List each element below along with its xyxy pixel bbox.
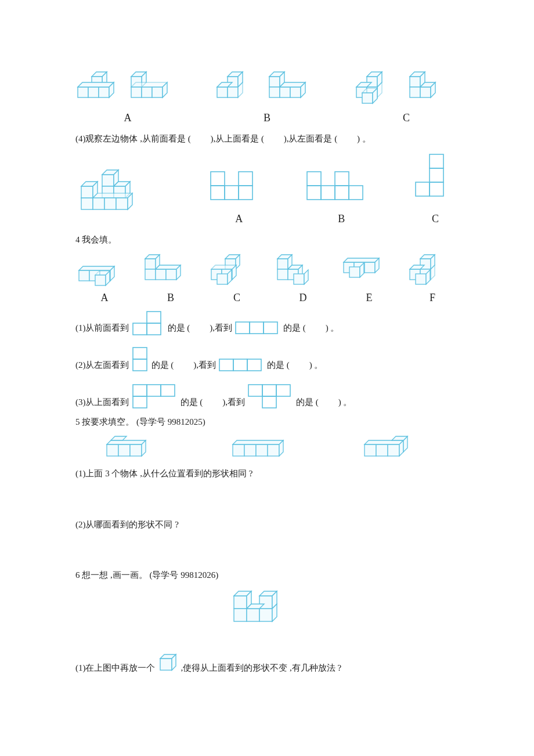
svg-rect-1: [78, 87, 88, 97]
s4-2a: (2)从左面看到: [75, 358, 129, 373]
svg-rect-19: [410, 77, 420, 87]
svg-rect-103: [160, 659, 172, 670]
s5-2: (2)从哪面看到的形状不同 ?: [75, 518, 459, 533]
svg-rect-29: [81, 186, 93, 198]
q4-label-c: C: [432, 210, 439, 228]
svg-rect-68: [416, 274, 426, 284]
q4-label-b: B: [338, 210, 345, 228]
s4-1d: 的是 (: [283, 321, 306, 336]
svg-rect-81: [147, 385, 161, 396]
svg-rect-40: [349, 186, 363, 200]
svg-rect-14: [290, 87, 301, 97]
svg-rect-25: [81, 198, 93, 209]
s4-2: (2)从左面看到 的是 ( ),看到 的是 ( ) 。: [75, 346, 459, 373]
svg-rect-98: [234, 596, 247, 609]
svg-rect-13: [280, 87, 290, 97]
svg-rect-41: [430, 154, 443, 168]
svg-rect-77: [219, 359, 233, 371]
sec5-figs: [75, 434, 459, 461]
sec5-fig2: [229, 434, 305, 461]
view-col2-icon: [132, 346, 149, 373]
svg-rect-94: [268, 444, 279, 456]
svg-rect-102: [259, 609, 272, 621]
sec6-main-fig: [75, 588, 459, 628]
svg-rect-43: [430, 182, 443, 196]
q4-c: ),从左面看是 (: [284, 134, 338, 143]
svg-rect-42: [430, 168, 443, 182]
sec4-title: 4 我会填。: [75, 233, 459, 248]
cube-pair-a-svg: [75, 66, 180, 108]
sec4-opt-f: F: [406, 252, 459, 307]
s4-3b: 的是 (: [181, 395, 203, 410]
sec6-title: 6 想一想 ,画一画。 (导学号 99812026): [75, 568, 459, 583]
svg-rect-96: [376, 444, 388, 456]
q4-3d-svg: [75, 164, 174, 228]
svg-rect-92: [244, 444, 256, 456]
svg-rect-37: [307, 186, 321, 200]
q4-a: (4)观察左边物体 ,从前面看是 (: [75, 134, 191, 143]
s5-1: (1)上面 3 个物体 ,从什么位置看到的形状相同 ?: [75, 466, 459, 482]
svg-rect-50: [145, 269, 156, 280]
svg-rect-72: [236, 322, 250, 334]
svg-rect-85: [262, 385, 276, 396]
svg-rect-82: [161, 385, 175, 396]
svg-rect-56: [217, 274, 228, 284]
svg-rect-35: [307, 172, 321, 186]
svg-rect-64: [349, 267, 360, 277]
svg-rect-89: [118, 444, 130, 456]
q4-b: ),从上面看是 (: [211, 134, 265, 143]
sec4-opt-d: D: [274, 252, 332, 307]
q4-view-b-svg: [304, 168, 379, 209]
s6-1: (1)在上图中再放一个 ,使得从上面看到的形状不变 ,有几种放法 ?: [75, 653, 459, 676]
sec5-fig1: [103, 434, 173, 461]
s4-3c: ),看到: [222, 395, 245, 410]
sec4-options: A B C D E: [75, 252, 459, 307]
s4-2e: ) 。: [309, 358, 323, 373]
fig-pair-b: B: [215, 66, 319, 127]
q4-label-a: A: [235, 210, 243, 228]
svg-rect-70: [133, 323, 147, 335]
svg-rect-79: [247, 359, 261, 371]
svg-rect-87: [262, 396, 276, 408]
q4-fig-row: A B C: [75, 151, 459, 228]
view-T4-icon: [247, 384, 294, 410]
svg-rect-3: [99, 87, 109, 97]
svg-rect-9: [217, 87, 228, 97]
svg-rect-51: [156, 269, 166, 280]
s4-2b: 的是 (: [151, 358, 174, 373]
svg-rect-36: [335, 172, 349, 186]
svg-rect-75: [133, 348, 147, 359]
cube-pair-b-svg: [215, 66, 319, 108]
svg-rect-44: [416, 182, 430, 196]
label-c: C: [403, 109, 410, 127]
q4-view-c-svg: [412, 151, 459, 209]
svg-rect-93: [256, 444, 268, 456]
svg-rect-52: [166, 269, 176, 280]
svg-rect-83: [133, 396, 147, 408]
svg-rect-22: [102, 175, 114, 186]
svg-rect-78: [233, 359, 247, 371]
fig-row-top: A B: [75, 66, 459, 127]
svg-rect-31: [239, 172, 252, 186]
fig-pair-c: C: [354, 66, 459, 127]
svg-rect-60: [294, 274, 304, 284]
svg-rect-63: [365, 262, 375, 273]
sec5-fig3: [361, 434, 431, 461]
s4-1b: 的是 (: [168, 321, 190, 336]
svg-rect-5: [131, 87, 142, 97]
svg-rect-11: [269, 77, 280, 87]
svg-rect-39: [335, 186, 349, 200]
s4-3d: 的是 (: [296, 395, 319, 410]
svg-rect-71: [147, 323, 161, 335]
view-L-topright-icon: [132, 310, 165, 336]
sec5-title: 5 按要求填空。 (导学号 99812025): [75, 415, 459, 430]
svg-rect-10: [228, 87, 238, 97]
svg-rect-26: [93, 198, 104, 209]
svg-rect-2: [88, 87, 99, 97]
svg-rect-80: [133, 385, 147, 396]
s6-1b: ,使得从上面看到的形状不变 ,有几种放法 ?: [181, 661, 342, 676]
svg-rect-76: [133, 359, 147, 371]
svg-rect-95: [365, 444, 376, 456]
svg-rect-21: [420, 87, 431, 97]
svg-rect-100: [234, 609, 247, 621]
